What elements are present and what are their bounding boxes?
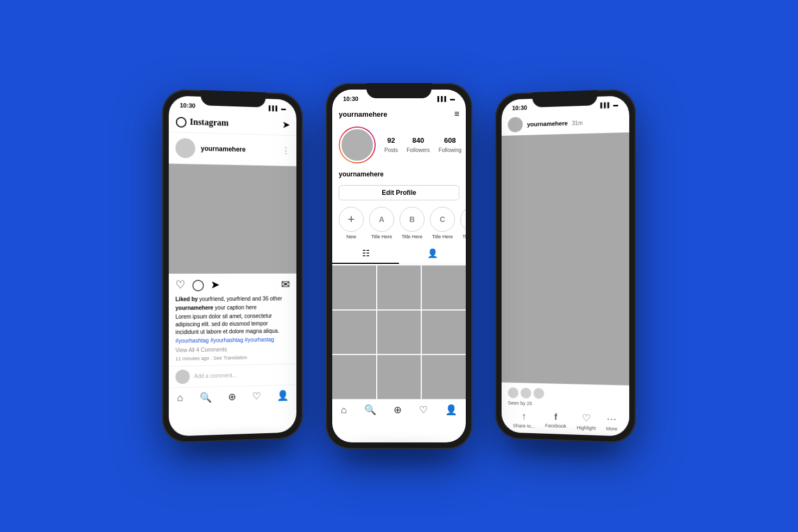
story-actions-row: ↑ Share to... f Facebook ♡ Highlight ⋯ M… <box>502 408 629 436</box>
liked-friends: yourfriend, yourfriend <box>199 296 250 302</box>
profile-avatar-wrap <box>339 126 376 163</box>
stat-following[interactable]: 608 Following <box>439 136 461 154</box>
feed-story-username: yournamehere <box>201 145 276 154</box>
feed-comment-input[interactable]: Add a comment... <box>169 363 296 387</box>
story-username: yournamehere <box>527 120 568 128</box>
comment-icon[interactable]: ◯ <box>192 278 204 291</box>
liked-others: and 36 other <box>252 295 282 301</box>
profile-nav-profile-icon[interactable]: 👤 <box>445 404 457 416</box>
share-icon[interactable]: ➤ <box>211 278 220 291</box>
posts-num: 92 <box>384 136 398 144</box>
caption-text: your caption here <box>215 305 257 311</box>
grid-cell-3[interactable] <box>422 265 466 309</box>
caption-line: yournamehere your caption here <box>175 303 290 312</box>
tab-tagged[interactable]: 👤 <box>399 244 466 264</box>
battery-icon-3: ▬ <box>613 102 618 107</box>
signal-icon-2: ▌▌▌ <box>438 96 448 102</box>
signal-icon-3: ▌▌▌ <box>600 102 611 108</box>
highlight-d-circle: D <box>460 207 466 232</box>
grid-cell-5[interactable] <box>377 311 421 354</box>
feed-actions: ♡ ◯ ➤ ✉ <box>169 274 296 296</box>
grid-cell-9[interactable] <box>422 355 466 399</box>
more-icon[interactable]: ⋮ <box>282 145 290 156</box>
highlight-b-letter: B <box>409 215 415 224</box>
time-ago: 11 minutes ago . See Translation <box>175 353 290 363</box>
phone-screen-2: 10:30 ▌▌▌ ▬ yournamehere ≡ 92 P <box>332 90 466 442</box>
highlight-a-letter: A <box>379 215 384 224</box>
profile-grid <box>332 265 466 399</box>
highlight-d[interactable]: D Title Here <box>460 207 466 239</box>
like-icon[interactable]: ♡ <box>175 278 185 291</box>
tab-grid[interactable]: ☷ <box>332 244 399 264</box>
highlight-a[interactable]: A Title Here <box>369 207 394 239</box>
more-options-icon: ⋯ <box>607 413 617 425</box>
menu-icon[interactable]: ≡ <box>454 109 459 119</box>
nav-search-icon[interactable]: 🔍 <box>200 391 212 404</box>
highlight-new[interactable]: + New <box>339 207 364 239</box>
grid-cell-6[interactable] <box>422 311 466 354</box>
feed-header: ◯ Instagram ➤ <box>169 111 296 136</box>
story-action-more[interactable]: ⋯ More <box>606 413 617 432</box>
phone-feed: 10:30 ▌▌▌ ▬ ◯ Instagram ➤ yournamehere ⋮ <box>162 88 303 443</box>
edit-profile-button[interactable]: Edit Profile <box>339 185 459 200</box>
status-time-1: 10:30 <box>180 102 195 109</box>
profile-tabs: ☷ 👤 <box>332 244 466 264</box>
profile-stats: 92 Posts 840 Followers 608 Following <box>384 136 461 154</box>
highlight-icon: ♡ <box>582 412 591 425</box>
highlight-c[interactable]: C Title Here <box>430 207 455 239</box>
highlight-c-circle: C <box>430 207 455 232</box>
grid-icon: ☷ <box>362 249 370 258</box>
story-dot-3 <box>534 388 544 399</box>
nav-heart-icon[interactable]: ♡ <box>252 390 261 402</box>
facebook-label: Facebook <box>545 423 566 429</box>
nav-add-icon[interactable]: ⊕ <box>228 390 236 402</box>
story-action-share[interactable]: ↑ Share to... <box>513 410 535 429</box>
phone-notch-2 <box>366 83 432 98</box>
story-content-image <box>502 132 629 385</box>
battery-icon-2: ▬ <box>450 96 455 102</box>
grid-cell-4[interactable] <box>332 311 376 354</box>
profile-nav-add-icon[interactable]: ⊕ <box>394 404 402 416</box>
send-icon[interactable]: ➤ <box>282 119 290 131</box>
story-action-facebook[interactable]: f Facebook <box>545 412 566 429</box>
bookmark-icon[interactable]: ✉ <box>281 278 290 291</box>
feed-story-row: yournamehere ⋮ <box>169 132 296 167</box>
following-label: Following <box>439 147 461 153</box>
highlight-b[interactable]: B Title Here <box>400 207 425 239</box>
grid-cell-2[interactable] <box>377 265 421 309</box>
comment-avatar <box>175 369 189 384</box>
phone-story: 10:30 ▌▌▌ ▬ yournamehere 31m <box>495 88 636 443</box>
stat-followers[interactable]: 840 Followers <box>407 136 430 154</box>
profile-display-name: yournamehere <box>339 170 384 178</box>
feed-post-image <box>169 164 296 274</box>
grid-cell-8[interactable] <box>377 355 421 399</box>
phone-notch-3 <box>533 90 598 107</box>
highlight-b-label: Title Here <box>402 234 423 239</box>
profile-nav-search-icon[interactable]: 🔍 <box>364 404 376 416</box>
story-bottom: Seen by 25 ↑ Share to... f Facebook ♡ Hi… <box>502 382 629 436</box>
phones-container: 10:30 ▌▌▌ ▬ ◯ Instagram ➤ yournamehere ⋮ <box>0 50 798 482</box>
story-dot-2 <box>521 388 531 398</box>
status-icons-2: ▌▌▌ ▬ <box>438 96 455 102</box>
feed-caption: Liked by yourfriend, yourfriend and 36 o… <box>169 295 296 366</box>
status-icons-3: ▌▌▌ ▬ <box>600 102 618 107</box>
hashtags: #yourhashtag #yourhashtag #yourhastag <box>175 336 290 345</box>
caption-username: yournamehere <box>175 305 213 311</box>
camera-icon[interactable]: ◯ <box>175 116 186 128</box>
highlight-new-circle: + <box>339 207 364 232</box>
highlight-a-circle: A <box>369 207 394 232</box>
grid-cell-1[interactable] <box>332 265 376 309</box>
highlight-a-label: Title Here <box>371 234 392 239</box>
story-avatar[interactable] <box>175 138 195 158</box>
profile-nav-home-icon[interactable]: ⌂ <box>341 404 347 416</box>
view-comments[interactable]: View All 4 Comments <box>175 345 290 354</box>
story-dot-1 <box>508 387 519 398</box>
profile-nav-heart-icon[interactable]: ♡ <box>419 404 428 416</box>
status-icons-1: ▌▌▌ ▬ <box>269 105 286 111</box>
nav-home-icon[interactable]: ⌂ <box>177 392 183 404</box>
story-user-avatar <box>508 117 523 132</box>
nav-profile-icon[interactable]: 👤 <box>277 389 288 401</box>
story-user-row: yournamehere 31m <box>508 115 583 132</box>
grid-cell-7[interactable] <box>332 355 376 399</box>
story-action-highlight[interactable]: ♡ Highlight <box>577 412 596 431</box>
